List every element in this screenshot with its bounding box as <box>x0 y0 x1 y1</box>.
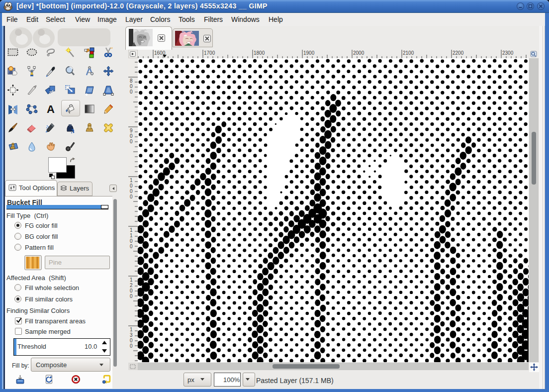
svg-text:A: A <box>47 103 55 115</box>
